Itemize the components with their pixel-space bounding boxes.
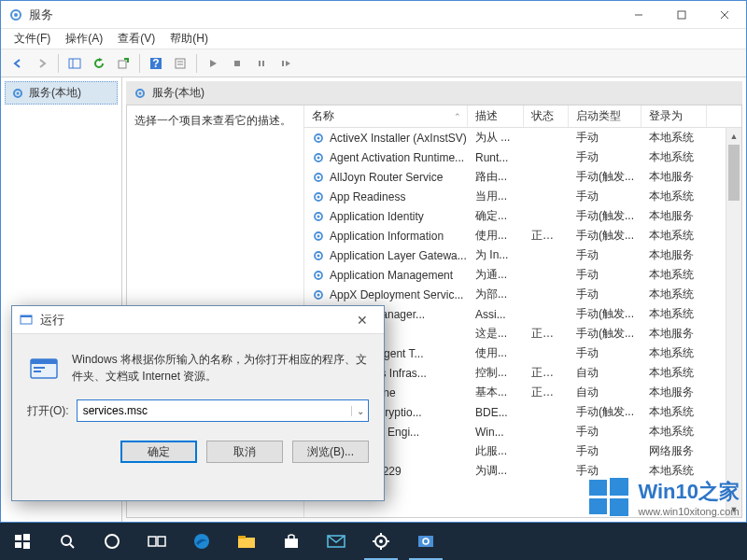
show-hide-button[interactable] bbox=[63, 52, 86, 75]
start-service-button[interactable] bbox=[202, 52, 224, 75]
column-state[interactable]: 状态 bbox=[524, 105, 569, 127]
menu-help[interactable]: 帮助(H) bbox=[162, 29, 216, 49]
scrollbar[interactable]: ▲ ▼ bbox=[726, 128, 741, 517]
forward-button[interactable] bbox=[31, 52, 53, 75]
edge-button[interactable] bbox=[179, 523, 224, 560]
service-desc: 使用... bbox=[468, 228, 524, 244]
column-start[interactable]: 启动类型 bbox=[569, 105, 641, 127]
service-logon: 本地服务 bbox=[641, 208, 707, 224]
service-row[interactable]: AppX Deployment Servic...为部...手动本地系统 bbox=[304, 285, 741, 304]
service-start: 手动 bbox=[569, 287, 641, 302]
maximize-button[interactable] bbox=[660, 1, 703, 29]
explorer-button[interactable] bbox=[224, 523, 269, 560]
service-desc: 使用... bbox=[468, 345, 524, 361]
svg-point-31 bbox=[317, 215, 320, 217]
service-start: 手动 bbox=[569, 424, 641, 440]
service-row[interactable]: ActiveX Installer (AxInstSV)为从 ...手动本地系统 bbox=[304, 128, 741, 147]
service-desc: 当用... bbox=[468, 189, 524, 204]
service-desc: Runt... bbox=[468, 151, 524, 164]
settings-taskbar-button[interactable] bbox=[359, 523, 403, 560]
service-row[interactable]: Application Information使用...正在...手动(触发..… bbox=[304, 226, 741, 245]
tree-root-item[interactable]: 服务(本地) bbox=[5, 81, 118, 105]
svg-rect-59 bbox=[21, 315, 32, 317]
service-logon: 本地服务 bbox=[641, 385, 707, 400]
scroll-up-icon[interactable]: ▲ bbox=[726, 128, 741, 144]
service-row[interactable]: Agent Activation Runtime...Runt...手动本地系统 bbox=[304, 147, 741, 167]
service-start: 手动 bbox=[569, 247, 641, 263]
store-button[interactable] bbox=[269, 523, 314, 560]
export-button[interactable] bbox=[112, 52, 134, 75]
service-desc: Assi... bbox=[468, 308, 524, 321]
close-button[interactable] bbox=[703, 1, 746, 29]
gear-icon bbox=[312, 210, 325, 223]
menu-file[interactable]: 文件(F) bbox=[7, 29, 58, 49]
search-button[interactable] bbox=[45, 523, 90, 560]
run-titlebar[interactable]: 运行 ✕ bbox=[12, 306, 384, 334]
list-header: 名称 描述 状态 启动类型 登录为 bbox=[304, 105, 741, 128]
help-button[interactable]: ? bbox=[145, 52, 167, 75]
start-button[interactable] bbox=[0, 523, 45, 560]
gear-icon bbox=[11, 87, 24, 100]
svg-rect-14 bbox=[234, 61, 240, 66]
back-button[interactable] bbox=[7, 52, 29, 75]
service-logon: 本地系统 bbox=[641, 130, 707, 146]
gear-icon bbox=[312, 132, 325, 145]
service-row[interactable]: App Readiness当用...手动本地系统 bbox=[304, 187, 741, 206]
stop-service-button[interactable] bbox=[226, 52, 248, 75]
minimize-button[interactable] bbox=[617, 1, 660, 29]
svg-point-23 bbox=[317, 136, 320, 139]
svg-point-29 bbox=[317, 195, 320, 198]
run-close-button[interactable]: ✕ bbox=[348, 313, 376, 328]
run-combo[interactable]: ⌄ bbox=[77, 399, 369, 422]
column-logon[interactable]: 登录为 bbox=[641, 105, 707, 127]
run-body: Windows 将根据你所输入的名称，为你打开相应的程序、文件夹、文档或 Int… bbox=[12, 334, 384, 394]
services-icon bbox=[8, 7, 23, 22]
svg-rect-68 bbox=[15, 535, 21, 540]
gear-icon bbox=[312, 269, 325, 282]
service-start: 手动(触发... bbox=[569, 208, 641, 224]
service-logon: 本地系统 bbox=[641, 424, 707, 440]
service-name: Agent Activation Runtime... bbox=[330, 151, 464, 164]
service-state: 正在... bbox=[524, 228, 569, 244]
pause-service-button[interactable] bbox=[250, 52, 273, 75]
scrollbar-thumb[interactable] bbox=[728, 145, 740, 201]
browse-button[interactable]: 浏览(B)... bbox=[292, 441, 369, 463]
titlebar[interactable]: 服务 bbox=[1, 1, 746, 29]
service-row[interactable]: Application Identity确定...手动(触发...本地服务 bbox=[304, 206, 741, 226]
refresh-button[interactable] bbox=[88, 52, 110, 75]
column-desc[interactable]: 描述 bbox=[468, 105, 524, 127]
svg-point-39 bbox=[317, 293, 320, 296]
service-start: 手动 bbox=[569, 130, 641, 146]
service-start: 手动(触发... bbox=[569, 169, 641, 185]
service-logon: 本地系统 bbox=[641, 149, 707, 165]
service-start: 手动 bbox=[569, 267, 641, 283]
cancel-button[interactable]: 取消 bbox=[206, 441, 283, 463]
svg-rect-65 bbox=[610, 478, 628, 496]
mail-button[interactable] bbox=[314, 523, 359, 560]
service-row[interactable]: AllJoyn Router Service路由...手动(触发...本地服务 bbox=[304, 167, 741, 187]
cortana-button[interactable] bbox=[90, 523, 134, 560]
service-start: 手动(触发... bbox=[569, 306, 641, 322]
menu-action[interactable]: 操作(A) bbox=[58, 29, 110, 49]
menu-view[interactable]: 查看(V) bbox=[110, 29, 162, 49]
properties-button[interactable] bbox=[169, 52, 191, 75]
service-start: 手动 bbox=[569, 149, 641, 165]
service-logon: 本地系统 bbox=[641, 365, 707, 381]
service-row[interactable]: Application Management为通...手动本地系统 bbox=[304, 265, 741, 285]
column-name[interactable]: 名称 bbox=[304, 105, 468, 127]
services-taskbar-button[interactable] bbox=[403, 523, 448, 560]
service-desc: 为调... bbox=[468, 463, 524, 479]
service-name: Application Identity bbox=[330, 210, 424, 223]
service-logon: 本地服务 bbox=[641, 169, 707, 185]
svg-rect-6 bbox=[69, 59, 80, 68]
service-desc: 为 In... bbox=[468, 247, 524, 263]
service-name: Application Layer Gatewa... bbox=[330, 249, 467, 262]
ok-button[interactable]: 确定 bbox=[120, 441, 197, 463]
taskview-button[interactable] bbox=[134, 523, 179, 560]
restart-service-button[interactable] bbox=[275, 52, 297, 75]
run-input[interactable] bbox=[78, 404, 351, 417]
service-desc: 确定... bbox=[468, 208, 524, 224]
service-name: Application Information bbox=[330, 230, 444, 243]
dropdown-icon[interactable]: ⌄ bbox=[351, 406, 368, 416]
service-row[interactable]: Application Layer Gatewa...为 In...手动本地服务 bbox=[304, 245, 741, 265]
